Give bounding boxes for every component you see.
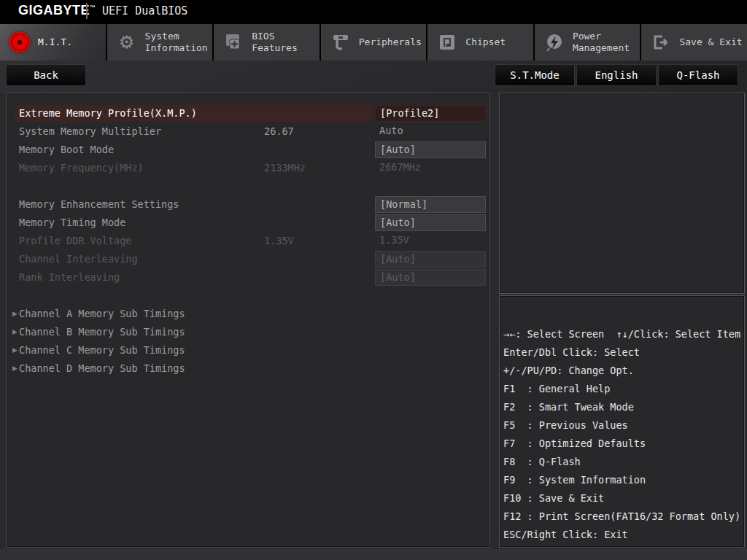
setting-value[interactable]: [Auto] — [375, 214, 486, 231]
setting-row[interactable]: ▶Channel A Memory Sub Timings — [7, 305, 489, 323]
back-button[interactable]: Back — [6, 64, 86, 86]
setting-label: Channel C Memory Sub Timings — [19, 341, 185, 359]
setting-label: Extreme Memory Profile(X.M.P.) — [19, 104, 197, 122]
tab-bios-features[interactable]: BIOS Features — [214, 24, 320, 61]
help-key-line: ESC/Right Click: Exit — [503, 526, 741, 544]
setting-row[interactable]: Channel Interleaving[Auto] — [7, 250, 489, 268]
expand-arrow-icon[interactable]: ▶ — [12, 305, 18, 323]
help-key-line: F2 : Smart Tweak Mode — [503, 398, 741, 416]
setting-row[interactable]: Rank Interleaving[Auto] — [7, 268, 489, 287]
tab-bar: M.I.T.⚙System InformationBIOS FeaturesPe… — [0, 22, 747, 61]
setting-row[interactable]: System Memory Multiplier26.67Auto — [7, 122, 489, 141]
q-flash-button[interactable]: Q-Flash — [658, 64, 738, 86]
setting-value: 2667MHz — [375, 160, 486, 176]
tab-system-information[interactable]: ⚙System Information — [107, 24, 213, 61]
english-button[interactable]: English — [576, 64, 657, 86]
setting-current-value: 26.67 — [264, 122, 294, 141]
help-key-line: F10 : Save & Exit — [503, 489, 741, 508]
dial-icon-shape — [9, 32, 30, 52]
expand-arrow-icon[interactable]: ▶ — [12, 341, 18, 359]
setting-value[interactable]: [Auto] — [375, 251, 486, 268]
setting-row[interactable]: Profile DDR Voltage1.35V1.35V — [7, 232, 489, 250]
tab-label: Chipset — [465, 36, 506, 48]
toolbar-band: Back S.T.ModeEnglishQ-Flash — [0, 61, 747, 93]
tab-label: Power Management — [573, 31, 630, 54]
setting-label: Memory Enhancement Settings — [19, 195, 179, 214]
setting-row[interactable]: ▶Channel D Memory Sub Timings — [7, 359, 489, 378]
tab-power-management[interactable]: Power Management — [535, 24, 640, 61]
help-key-line: →←: Select Screen ↑↓/Click: Select Item — [503, 325, 741, 343]
tab-label: Peripherals — [359, 36, 422, 48]
exit-door-icon — [650, 31, 672, 53]
item-help-panel — [499, 93, 745, 294]
tab-chipset[interactable]: Chipset — [427, 24, 533, 61]
tab-label: M.I.T. — [38, 36, 72, 48]
setting-value[interactable]: [Auto] — [375, 141, 486, 158]
key-legend-panel: →←: Select Screen ↑↓/Click: Select ItemE… — [499, 295, 745, 548]
setting-label: Memory Timing Mode — [19, 214, 125, 232]
trademark-symbol: ™ — [90, 4, 96, 11]
tab-label: BIOS Features — [252, 31, 298, 54]
help-key-line: F8 : Q-Flash — [503, 453, 741, 471]
setting-label: System Memory Multiplier — [19, 122, 161, 141]
setting-value[interactable]: [Normal] — [375, 196, 486, 213]
footer-strip — [0, 549, 747, 560]
setting-label: Channel D Memory Sub Timings — [19, 359, 185, 378]
lightning-icon — [543, 31, 565, 53]
product-title: UEFI DualBIOS — [102, 4, 187, 18]
setting-label: Profile DDR Voltage — [19, 232, 131, 250]
gear-icon: ⚙ — [116, 31, 138, 53]
help-key-line: +/-/PU/PD: Change Opt. — [503, 362, 741, 380]
setting-value: Auto — [375, 123, 486, 140]
setting-row[interactable]: Memory Frequency(MHz)2133MHz2667MHz — [7, 159, 489, 177]
tab-label: Save & Exit — [679, 36, 742, 48]
help-key-line: Enter/Dbl Click: Select — [503, 343, 741, 362]
settings-list: Extreme Memory Profile(X.M.P.)[Profile2]… — [7, 104, 489, 396]
expand-arrow-icon[interactable]: ▶ — [12, 323, 18, 341]
settings-panel: Extreme Memory Profile(X.M.P.)[Profile2]… — [6, 93, 490, 548]
settings-group: ▶Channel A Memory Sub Timings▶Channel B … — [7, 305, 489, 378]
tab-save-exit[interactable]: Save & Exit — [641, 24, 747, 61]
st-mode-button[interactable]: S.T.Mode — [495, 64, 575, 86]
setting-row[interactable]: Memory Boot Mode[Auto] — [7, 141, 489, 159]
mouse-icon — [330, 31, 352, 53]
setting-value[interactable]: [Profile2] — [375, 105, 486, 122]
title-bar: GIGABYTE™ UEFI DualBIOS — [0, 0, 747, 22]
gigabyte-logo: GIGABYTE™ — [18, 3, 96, 18]
tab-label: System Information — [145, 31, 208, 54]
setting-current-value: 2133MHz — [264, 159, 306, 177]
setting-label: Memory Frequency(MHz) — [19, 159, 144, 177]
setting-row[interactable]: Memory Enhancement Settings[Normal] — [7, 195, 489, 214]
setting-label: Memory Boot Mode — [19, 141, 114, 159]
setting-value[interactable]: [Auto] — [375, 269, 486, 286]
chipset-icon — [436, 31, 458, 53]
setting-row[interactable]: ▶Channel B Memory Sub Timings — [7, 323, 489, 341]
help-key-line: F9 : System Information — [503, 471, 741, 489]
tab-mit[interactable]: M.I.T. — [0, 24, 106, 61]
setting-row[interactable]: ▶Channel C Memory Sub Timings — [7, 341, 489, 359]
bios-screen: GIGABYTE™ UEFI DualBIOS M.I.T.⚙System In… — [0, 0, 747, 560]
tab-peripherals[interactable]: Peripherals — [321, 24, 427, 61]
dial-icon — [9, 31, 31, 53]
help-key-line: F5 : Previous Values — [503, 416, 741, 435]
setting-row[interactable]: Extreme Memory Profile(X.M.P.)[Profile2] — [7, 104, 489, 122]
setting-label: Channel B Memory Sub Timings — [19, 323, 185, 341]
settings-group: Memory Enhancement Settings[Normal]Memor… — [7, 195, 489, 287]
setting-label: Rank Interleaving — [19, 268, 120, 287]
setting-value: 1.35V — [375, 233, 486, 249]
setting-label: Channel A Memory Sub Timings — [19, 305, 185, 323]
expand-arrow-icon[interactable]: ▶ — [12, 359, 18, 378]
setting-current-value: 1.35V — [264, 232, 294, 250]
title-divider — [86, 3, 88, 19]
help-key-line: F7 : Optimized Defaults — [503, 435, 741, 453]
settings-group: Extreme Memory Profile(X.M.P.)[Profile2]… — [7, 104, 489, 177]
help-key-line: F12 : Print Screen(FAT16/32 Format Only) — [503, 508, 741, 526]
chip-plus-icon — [222, 31, 244, 53]
setting-label: Channel Interleaving — [19, 250, 138, 268]
help-key-line: F1 : General Help — [503, 380, 741, 398]
setting-row[interactable]: Memory Timing Mode[Auto] — [7, 214, 489, 232]
